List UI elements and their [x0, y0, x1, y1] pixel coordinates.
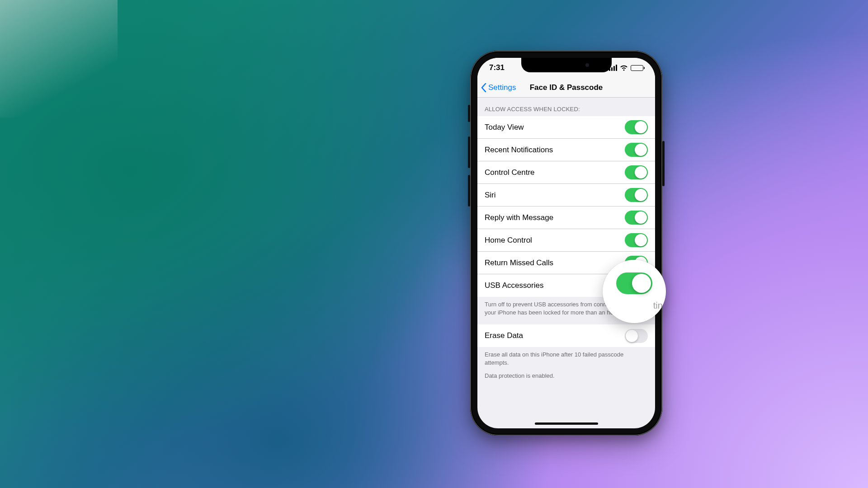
chevron-left-icon — [481, 83, 486, 92]
battery-icon — [631, 65, 643, 71]
row-label: Siri — [485, 191, 625, 200]
section-header-allow-access: ALLOW ACCESS WHEN LOCKED: — [477, 98, 655, 116]
row-label: Reply with Message — [485, 213, 625, 222]
toggle-recent-notifications[interactable] — [625, 143, 648, 157]
toggle-erase-data[interactable] — [625, 329, 648, 343]
row-label: Home Control — [485, 236, 625, 245]
toggle-control-centre[interactable] — [625, 165, 648, 179]
row-label: Erase Data — [485, 331, 625, 340]
row-control-centre[interactable]: Control Centre — [477, 161, 655, 184]
row-reply-with-message[interactable]: Reply with Message — [477, 206, 655, 229]
toggle-siri[interactable] — [625, 188, 648, 202]
row-recent-notifications[interactable]: Recent Notifications — [477, 139, 655, 161]
status-time: 7:31 — [489, 63, 505, 72]
phone-frame: 7:31 Settings Face ID & Passcode ALLOW A… — [470, 51, 662, 436]
toggle-home-control[interactable] — [625, 233, 648, 247]
side-button-power — [662, 141, 665, 186]
back-button[interactable]: Settings — [481, 83, 516, 92]
back-label: Settings — [488, 83, 516, 92]
magnifier-text-fragment: ting — [653, 300, 666, 311]
section-footer-erase: Erase all data on this iPhone after 10 f… — [477, 347, 655, 369]
row-label: Return Missed Calls — [485, 258, 625, 267]
row-home-control[interactable]: Home Control — [477, 229, 655, 252]
side-button-mute — [468, 105, 470, 122]
wifi-icon — [620, 65, 628, 71]
toggle-today-view[interactable] — [625, 120, 648, 134]
home-indicator[interactable] — [535, 422, 598, 425]
notch — [521, 58, 612, 72]
side-button-vol-down — [468, 175, 470, 206]
row-siri[interactable]: Siri — [477, 184, 655, 206]
row-label: Recent Notifications — [485, 145, 625, 155]
nav-bar: Settings Face ID & Passcode — [477, 78, 655, 98]
magnifier-callout: ting — [603, 260, 666, 323]
toggle-reply-with-message[interactable] — [625, 211, 648, 225]
erase-data-group: Erase Data — [477, 324, 655, 347]
row-erase-data[interactable]: Erase Data — [477, 324, 655, 347]
section-footer-data-protection: Data protection is enabled. — [477, 369, 655, 388]
phone-screen: 7:31 Settings Face ID & Passcode ALLOW A… — [477, 58, 655, 428]
nav-title: Face ID & Passcode — [530, 83, 603, 92]
row-label: Control Centre — [485, 168, 625, 177]
side-button-vol-up — [468, 136, 470, 168]
row-label: Today View — [485, 123, 625, 132]
magnified-toggle-usb-accessories — [616, 272, 652, 294]
row-today-view[interactable]: Today View — [477, 116, 655, 139]
